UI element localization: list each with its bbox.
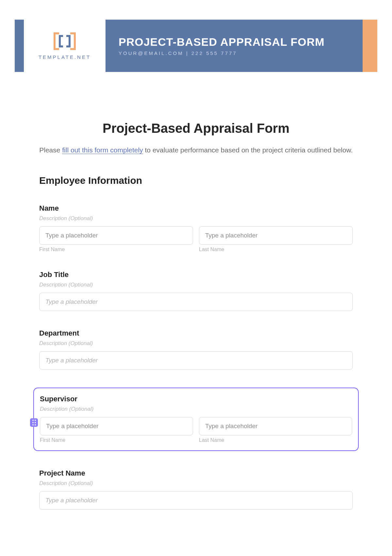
field-desc-supervisor: Description (Optional) [40,406,352,412]
banner-title: PROJECT-BASED APPRAISAL FORM [119,36,363,48]
field-desc-department: Description (Optional) [39,340,353,347]
section-employee-info: Employee Information [39,175,353,186]
field-label-name: Name [39,204,353,213]
field-label-job-title: Job Title [39,270,353,279]
field-label-supervisor: Supervisor [40,395,352,403]
first-name-input[interactable] [39,226,193,245]
banner-subline: YOUR@EMAIL.COM | 222 555 7777 [119,50,363,56]
banner-accent-left [15,20,24,72]
field-department: Department Description (Optional) [39,329,353,370]
header-banner: TEMPLATE.NET PROJECT-BASED APPRAISAL FOR… [15,20,377,72]
last-name-sublabel: Last Name [199,247,353,252]
field-desc-name: Description (Optional) [39,215,353,222]
supervisor-last-name-sublabel: Last Name [199,437,352,443]
page-title: Project-Based Appraisal Form [39,121,353,136]
logo-icon [53,32,76,50]
intro-link[interactable]: fill out this form completely [62,146,143,154]
logo-box: TEMPLATE.NET [24,20,106,72]
supervisor-last-name-input[interactable] [199,417,352,435]
department-input[interactable] [39,351,353,370]
page-intro: Please fill out this form completely to … [39,145,353,155]
field-name: Name Description (Optional) First Name L… [39,204,353,252]
field-label-department: Department [39,329,353,338]
field-project-name: Project Name Description (Optional) [39,469,353,510]
intro-prefix: Please [39,146,62,154]
field-label-project-name: Project Name [39,469,353,478]
project-name-input[interactable] [39,491,353,510]
job-title-input[interactable] [39,293,353,311]
field-desc-job-title: Description (Optional) [39,282,353,288]
field-desc-project-name: Description (Optional) [39,480,353,487]
last-name-input[interactable] [199,226,353,245]
intro-suffix: to evaluate performance based on the pro… [143,146,353,154]
supervisor-first-name-input[interactable] [40,417,193,435]
supervisor-first-name-sublabel: First Name [40,437,193,443]
field-supervisor[interactable]: Supervisor Description (Optional) First … [33,388,359,451]
first-name-sublabel: First Name [39,247,193,252]
field-job-title: Job Title Description (Optional) [39,270,353,311]
logo-text: TEMPLATE.NET [39,54,91,60]
banner-accent-right [363,20,377,72]
drag-handle-icon[interactable] [30,418,38,427]
banner-main: PROJECT-BASED APPRAISAL FORM YOUR@EMAIL.… [106,20,363,72]
